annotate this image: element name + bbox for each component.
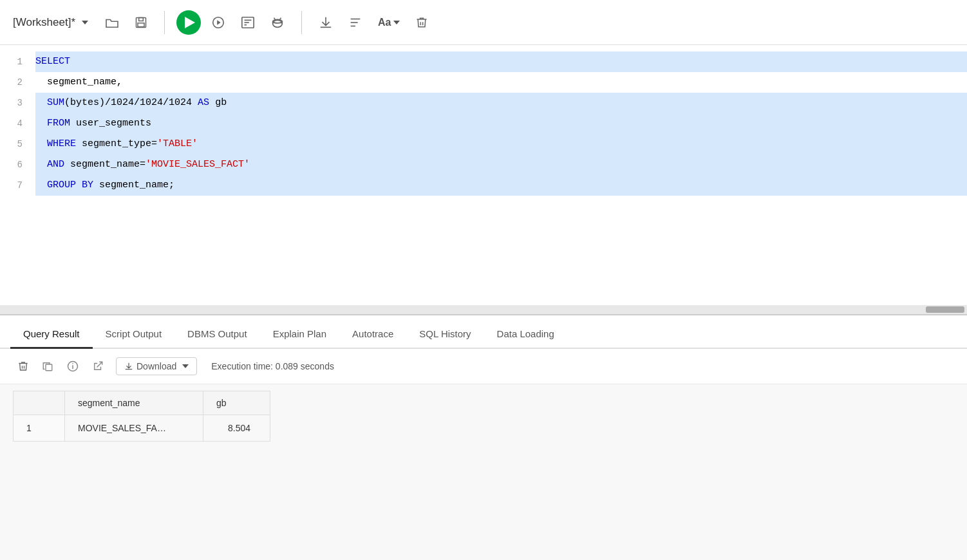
code-line-7: 7 GROUP BY segment_name;	[0, 175, 967, 196]
summarize-icon	[348, 15, 362, 30]
cell-segment-name-1: MOVIE_SALES_FA…	[65, 415, 203, 442]
line-num-2: 2	[0, 72, 35, 93]
tab-explain-plan[interactable]: Explain Plan	[260, 321, 339, 349]
line-num-6: 6	[0, 154, 35, 175]
trash-icon	[415, 15, 428, 30]
editor-content[interactable]: 1 SELECT 2 segment_name, 3 SUM(bytes)/10…	[0, 45, 967, 202]
tab-dbms-output[interactable]: DBMS Output	[174, 321, 260, 349]
download-icon	[319, 15, 333, 30]
folder-icon	[105, 17, 119, 28]
format-button[interactable]: Aa	[373, 13, 405, 32]
explain-icon	[241, 15, 255, 30]
line-num-4: 4	[0, 113, 35, 134]
line-num-3: 3	[0, 93, 35, 113]
line-content-6: AND segment_name='MOVIE_SALES_FACT'	[35, 154, 967, 175]
save-button[interactable]	[129, 12, 153, 33]
line-content-4: FROM user_segments	[35, 113, 967, 134]
worksheet-label: [Worksheet]*	[13, 16, 75, 29]
toolbar-divider-2	[301, 11, 302, 34]
run-button[interactable]	[176, 10, 201, 35]
play-icon	[185, 17, 195, 28]
execution-time: Execution time: 0.089 seconds	[211, 361, 334, 371]
format-dropdown-icon	[393, 21, 400, 24]
svg-line-20	[97, 362, 102, 367]
run-script-icon	[211, 15, 225, 30]
line-num-7: 7	[0, 175, 35, 196]
explain-plan-button[interactable]	[236, 12, 260, 33]
result-trash-icon	[17, 360, 29, 373]
line-num-1: 1	[0, 51, 35, 72]
tab-autotrace[interactable]: Autotrace	[339, 321, 406, 349]
editor-scrollbar[interactable]	[0, 305, 967, 314]
external-link-icon	[92, 360, 104, 372]
scrollbar-thumb[interactable]	[926, 306, 964, 313]
code-line-1: 1 SELECT	[0, 51, 967, 72]
tab-data-loading[interactable]: Data Loading	[484, 321, 567, 349]
run-script-button[interactable]	[206, 12, 230, 33]
download-button[interactable]	[314, 12, 338, 33]
tab-query-result[interactable]: Query Result	[10, 321, 93, 349]
bottom-panel: Query Result Script Output DBMS Output E…	[0, 315, 967, 560]
code-line-2: 2 segment_name,	[0, 72, 967, 93]
format-label: Aa	[378, 17, 391, 28]
worksheet-title[interactable]: [Worksheet]*	[13, 16, 88, 29]
col-header-segment-name[interactable]: segment_name	[65, 391, 203, 415]
result-tabs-bar: Query Result Script Output DBMS Output E…	[0, 315, 967, 349]
tab-sql-history[interactable]: SQL History	[406, 321, 484, 349]
svg-rect-2	[138, 23, 144, 26]
result-copy-button[interactable]	[37, 357, 58, 376]
cell-row-num-1: 1	[14, 415, 65, 442]
result-table-container[interactable]: segment_name gb 1 MOVIE_SALES_FA… 8.504	[0, 384, 967, 560]
worksheet-dropdown-icon[interactable]	[82, 21, 88, 24]
download-label: Download	[136, 361, 176, 371]
table-row: 1 MOVIE_SALES_FA… 8.504	[14, 415, 270, 442]
info-icon	[66, 360, 79, 373]
result-toolbar: Download Execution time: 0.089 seconds	[0, 349, 967, 384]
delete-button[interactable]	[410, 12, 433, 33]
col-header-gb[interactable]: gb	[203, 391, 270, 415]
code-line-3: 3 SUM(bytes)/1024/1024/1024 AS gb	[0, 93, 967, 113]
summarize-button[interactable]	[343, 12, 368, 33]
line-content-2: segment_name,	[35, 72, 967, 93]
main-toolbar: [Worksheet]*	[0, 0, 967, 45]
line-content-3: SUM(bytes)/1024/1024/1024 AS gb	[35, 93, 967, 113]
svg-rect-16	[46, 364, 52, 371]
result-expand-button[interactable]	[88, 357, 108, 375]
svg-point-19	[73, 363, 73, 364]
line-content-1: SELECT	[35, 51, 967, 72]
copy-icon	[42, 360, 53, 373]
table-header-row: segment_name gb	[14, 391, 270, 415]
line-content-7: GROUP BY segment_name;	[35, 175, 967, 196]
result-info-button[interactable]	[62, 357, 84, 376]
code-line-4: 4 FROM user_segments	[0, 113, 967, 134]
save-icon	[135, 16, 147, 29]
line-num-5: 5	[0, 134, 35, 154]
sql-editor[interactable]: 1 SELECT 2 segment_name, 3 SUM(bytes)/10…	[0, 45, 967, 315]
col-header-rownum	[14, 391, 65, 415]
autotrace-button[interactable]	[265, 12, 290, 33]
result-table: segment_name gb 1 MOVIE_SALES_FA… 8.504	[13, 391, 270, 442]
tab-script-output[interactable]: Script Output	[93, 321, 175, 349]
line-content-5: WHERE segment_type='TABLE'	[35, 134, 967, 154]
svg-point-8	[273, 20, 283, 27]
download-result-icon	[124, 362, 133, 371]
download-result-button[interactable]: Download	[116, 357, 197, 375]
result-delete-button[interactable]	[13, 357, 33, 376]
toolbar-divider-1	[164, 11, 165, 34]
code-line-5: 5 WHERE segment_type='TABLE'	[0, 134, 967, 154]
autotrace-icon	[270, 15, 285, 30]
svg-rect-1	[139, 17, 144, 21]
cell-gb-1: 8.504	[203, 415, 270, 442]
code-line-6: 6 AND segment_name='MOVIE_SALES_FACT'	[0, 154, 967, 175]
download-dropdown-icon	[182, 364, 189, 368]
open-folder-button[interactable]	[100, 13, 124, 32]
